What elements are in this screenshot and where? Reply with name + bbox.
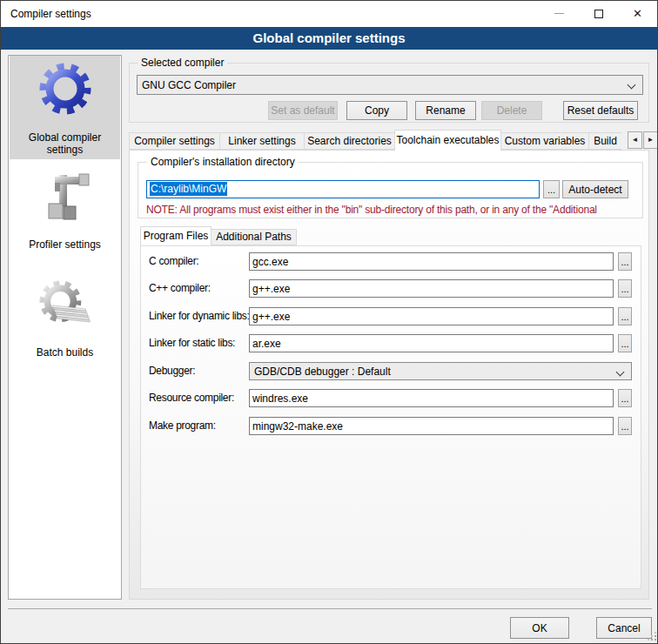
settings-category-list: Global compiler settings Profiler settin… [8, 55, 122, 600]
field-row-resource-compiler: Resource compiler: ... [141, 389, 641, 408]
blue-gear-icon [37, 61, 93, 117]
page-title: Global compiler settings [1, 27, 657, 50]
group-title: Compiler's installation directory [147, 156, 299, 168]
make-program-input[interactable] [249, 417, 614, 435]
resize-grip-icon[interactable] [655, 639, 656, 641]
window-title: Compiler settings [10, 8, 91, 20]
gray-gear-stack-icon [37, 278, 93, 331]
static-linker-input[interactable] [249, 334, 614, 352]
selected-compiler-group: Selected compiler GNU GCC Compiler Set a… [129, 63, 649, 123]
maximize-button[interactable] [579, 1, 618, 26]
chevron-down-icon [628, 81, 636, 90]
tab-scroll-left-button[interactable]: ◄ [628, 131, 642, 149]
auto-detect-button[interactable]: Auto-detect [562, 180, 628, 198]
reset-defaults-button[interactable]: Reset defaults [563, 101, 638, 120]
footer-divider [8, 608, 652, 609]
copy-button[interactable]: Copy [346, 101, 407, 120]
sidebar-item-label: Batch builds [37, 346, 93, 359]
minimize-icon [554, 13, 564, 14]
tab-custom-variables[interactable]: Custom variables [500, 132, 589, 150]
tab-compiler-settings[interactable]: Compiler settings [129, 132, 220, 150]
tab-program-files[interactable]: Program Files [140, 226, 212, 245]
close-button[interactable]: ✕ [618, 1, 657, 26]
browse-button[interactable]: ... [618, 252, 632, 271]
tab-linker-settings[interactable]: Linker settings [219, 132, 305, 150]
close-icon: ✕ [633, 8, 642, 19]
field-row-c-compiler: C compiler: ... [141, 252, 641, 272]
browse-button[interactable]: ... [618, 389, 632, 407]
compiler-select-value: GNU GCC Compiler [142, 79, 236, 91]
arrow-left-icon: ◄ [632, 136, 639, 144]
note-text: NOTE: All programs must exist either in … [146, 204, 632, 216]
field-row-static-linker: Linker for static libs: ... [141, 334, 641, 353]
field-row-make-program: Make program: ... [141, 417, 641, 436]
sidebar-item-label: Profiler settings [29, 238, 101, 251]
field-label: Debugger: [149, 365, 195, 377]
field-row-cpp-compiler: C++ compiler: ... [141, 279, 641, 299]
tab-scroll-right-button[interactable]: ► [643, 131, 658, 149]
sidebar-item-global-compiler-settings[interactable]: Global compiler settings [10, 56, 120, 159]
tab-toolchain-executables[interactable]: Toolchain executables [394, 130, 501, 151]
titlebar[interactable]: Compiler settings ✕ [1, 1, 657, 27]
settings-tab-strip: Compiler settings Linker settings Search… [129, 130, 621, 151]
cancel-button[interactable]: Cancel [596, 617, 652, 639]
dynamic-linker-input[interactable] [249, 307, 614, 325]
compiler-settings-dialog: Compiler settings ✕ Global compiler sett… [0, 0, 658, 644]
field-label: C++ compiler: [149, 282, 211, 294]
tab-search-directories[interactable]: Search directories [304, 132, 395, 150]
browse-button[interactable]: ... [618, 417, 632, 435]
field-label: C compiler: [149, 255, 198, 267]
caption-buttons: ✕ [540, 1, 657, 26]
selected-text: C:\raylib\MinGW [150, 182, 227, 196]
c-compiler-input[interactable] [249, 252, 614, 271]
field-label: Linker for static libs: [149, 337, 235, 349]
sidebar-item-label: Global compiler settings [10, 131, 120, 156]
debugger-select-value: GDB/CDB debugger : Default [254, 366, 391, 378]
ok-button[interactable]: OK [510, 617, 569, 639]
rename-button[interactable]: Rename [415, 101, 476, 120]
field-row-debugger: Debugger: GDB/CDB debugger : Default [141, 362, 641, 381]
minimize-button[interactable] [540, 1, 579, 26]
field-label: Resource compiler: [149, 392, 234, 404]
field-label: Linker for dynamic libs: [149, 310, 250, 322]
browse-button[interactable]: ... [618, 334, 632, 352]
toolchain-executables-page: Compiler's installation directory C:\ray… [129, 150, 649, 600]
compiler-select[interactable]: GNU GCC Compiler [137, 75, 643, 95]
caliper-icon [37, 172, 93, 228]
program-files-page: C compiler: ... C++ compiler: ... Linker… [140, 245, 641, 589]
sidebar-item-profiler-settings[interactable]: Profiler settings [10, 169, 120, 252]
set-as-default-button[interactable]: Set as default [268, 101, 338, 120]
tab-scroll-buttons: ◄ ► [627, 131, 658, 149]
tab-additional-paths[interactable]: Additional Paths [211, 229, 297, 245]
sidebar-item-batch-builds[interactable]: Batch builds [10, 275, 120, 359]
program-files-tab-strip: Program Files Additional Paths [140, 226, 297, 245]
cpp-compiler-input[interactable] [249, 279, 614, 298]
maximize-icon [594, 10, 603, 18]
resource-compiler-input[interactable] [249, 389, 614, 407]
chevron-down-icon [616, 368, 625, 377]
installation-directory-input[interactable]: C:\raylib\MinGW [146, 180, 540, 198]
arrow-right-icon: ► [648, 136, 655, 144]
field-label: Make program: [149, 419, 216, 432]
tab-build-options[interactable]: Build [588, 132, 621, 150]
debugger-select[interactable]: GDB/CDB debugger : Default [249, 362, 632, 380]
delete-button[interactable]: Delete [481, 101, 542, 120]
browse-directory-button[interactable]: ... [543, 180, 560, 198]
browse-button[interactable]: ... [618, 307, 632, 325]
field-row-dynamic-linker: Linker for dynamic libs: ... [141, 307, 641, 326]
browse-button[interactable]: ... [618, 279, 632, 298]
group-title: Selected compiler [138, 57, 227, 69]
